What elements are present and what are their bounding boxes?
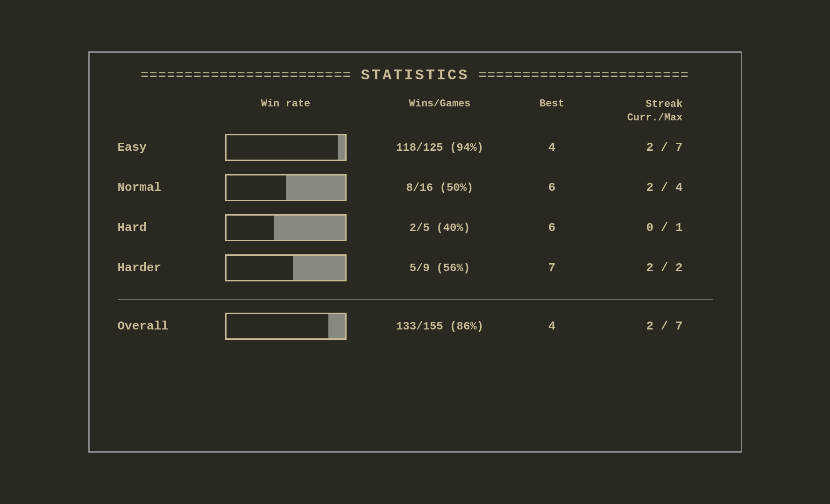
- table-row: Easy118/125 (94%)42 / 7: [108, 134, 722, 161]
- header-streak: Streak Curr./Max: [585, 98, 688, 125]
- streak-stat: 2 / 4: [585, 181, 688, 195]
- difficulty-label: Hard: [118, 221, 211, 235]
- bar-fill: [227, 256, 293, 280]
- streak-stat: 2 / 7: [585, 140, 688, 154]
- difficulty-label: Overall: [118, 319, 211, 333]
- wins-games-stat: 8/16 (50%): [361, 182, 519, 194]
- win-rate-bar: [225, 214, 347, 241]
- wins-games-stat: 133/155 (86%): [361, 320, 519, 333]
- header-wins-games: Wins/Games: [361, 98, 519, 125]
- win-rate-bar: [225, 254, 347, 281]
- streak-line2: Curr./Max: [627, 112, 683, 125]
- best-stat: 4: [519, 319, 585, 333]
- section-divider: [118, 299, 713, 300]
- dashes-left: ========================: [141, 68, 351, 83]
- stats-screen: ======================== STATISTICS ====…: [88, 51, 742, 453]
- header-win-rate: Win rate: [211, 98, 361, 125]
- difficulty-label: Normal: [118, 181, 211, 195]
- wins-games-stat: 5/9 (56%): [361, 262, 519, 274]
- best-stat: 6: [519, 181, 585, 195]
- streak-line1: Streak: [646, 98, 682, 112]
- win-rate-bar: [225, 134, 347, 161]
- table-row: Overall133/155 (86%)42 / 7: [108, 313, 722, 340]
- streak-stat: 2 / 2: [585, 261, 688, 275]
- bar-fill: [227, 216, 274, 240]
- table-row: Harder5/9 (56%)72 / 2: [108, 254, 722, 281]
- difficulty-label: Easy: [118, 140, 211, 154]
- difficulty-label: Harder: [118, 261, 211, 275]
- table-row: Normal8/16 (50%)62 / 4: [108, 174, 722, 201]
- win-rate-bar: [225, 174, 347, 201]
- bar-fill: [227, 135, 338, 160]
- best-stat: 6: [519, 221, 585, 235]
- page-title: STATISTICS: [361, 67, 469, 84]
- bar-fill: [227, 175, 286, 200]
- win-rate-bar: [225, 313, 347, 340]
- best-stat: 4: [519, 140, 585, 154]
- wins-games-stat: 118/125 (94%): [361, 141, 519, 154]
- table-row: Hard2/5 (40%)60 / 1: [108, 214, 722, 241]
- data-rows: Easy118/125 (94%)42 / 7Normal8/16 (50%)6…: [108, 134, 722, 340]
- column-headers: Win rate Wins/Games Best Streak Curr./Ma…: [108, 98, 722, 125]
- dashes-right: ========================: [479, 68, 689, 83]
- bar-fill: [227, 314, 328, 338]
- wins-games-stat: 2/5 (40%): [361, 222, 519, 234]
- streak-stat: 2 / 7: [585, 319, 688, 333]
- best-stat: 7: [519, 261, 585, 275]
- streak-stat: 0 / 1: [585, 221, 688, 235]
- header-empty: [118, 98, 211, 125]
- title-row: ======================== STATISTICS ====…: [108, 67, 722, 84]
- header-best: Best: [519, 98, 585, 125]
